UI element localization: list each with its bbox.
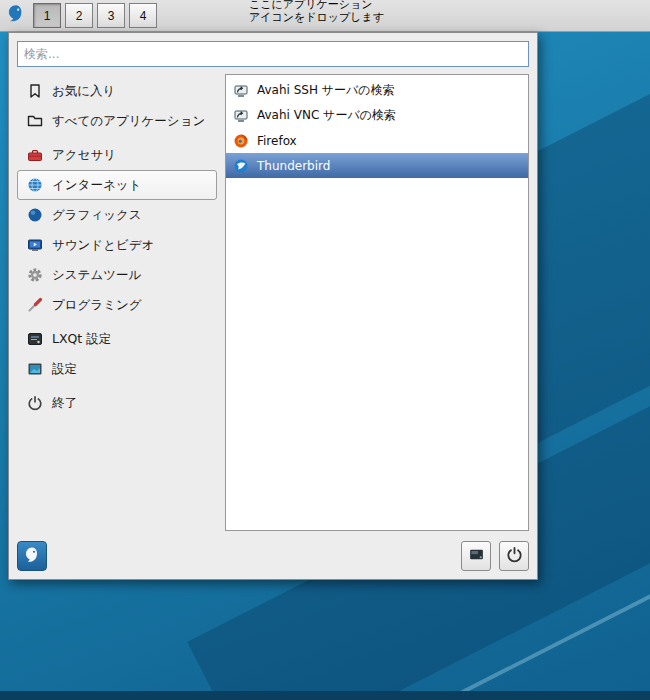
lock-screen-button[interactable]: [461, 541, 491, 571]
category-label: サウンドとビデオ: [52, 237, 154, 254]
screwdriver-icon: [26, 297, 43, 314]
main-menu-button[interactable]: [1, 1, 31, 31]
category-sound-video[interactable]: サウンドとビデオ: [17, 230, 217, 260]
workspace-button-2[interactable]: 2: [65, 3, 93, 28]
category-settings[interactable]: 設定: [17, 354, 217, 384]
category-list: お気に入り すべてのアプリケーション アクセサリ: [17, 74, 217, 531]
app-item-firefox[interactable]: Firefox: [226, 128, 528, 153]
category-label: プログラミング: [52, 297, 142, 314]
workspace-button-3[interactable]: 3: [97, 3, 125, 28]
video-screen-icon: [26, 237, 43, 254]
settings-monitor-icon: [26, 361, 43, 378]
category-label: グラフィックス: [52, 207, 142, 224]
app-label: Firefox: [257, 134, 297, 148]
category-label: お気に入り: [52, 83, 115, 100]
app-item-avahi-ssh[interactable]: Avahi SSH サーバの検索: [226, 78, 528, 103]
category-graphics[interactable]: グラフィックス: [17, 200, 217, 230]
application-list: Avahi SSH サーバの検索 Avahi VNC サーバの検索: [225, 74, 529, 531]
app-label: Avahi VNC サーバの検索: [257, 107, 396, 124]
category-internet[interactable]: インターネット: [17, 170, 217, 200]
app-label: Avahi SSH サーバの検索: [257, 82, 395, 99]
category-accessories[interactable]: アクセサリ: [17, 140, 217, 170]
power-icon: [26, 395, 43, 412]
lxqt-settings-icon: [26, 331, 43, 348]
drop-hint-line1: ここにアプリケーション: [249, 0, 384, 11]
workspace-button-4[interactable]: 4: [129, 3, 157, 28]
shutdown-button[interactable]: [499, 541, 529, 571]
menu-body: お気に入り すべてのアプリケーション アクセサリ: [17, 74, 529, 531]
app-label: Thunderbird: [257, 159, 330, 173]
category-label: アクセサリ: [52, 147, 116, 164]
app-item-thunderbird[interactable]: Thunderbird: [226, 153, 528, 178]
avahi-network-icon: [232, 107, 249, 124]
about-lxqt-button[interactable]: [17, 541, 47, 571]
top-panel: 1 2 3 4 ここにアプリケーション アイコンをドロップします: [0, 0, 650, 32]
quicklaunch-drop-hint: ここにアプリケーション アイコンをドロップします: [249, 0, 384, 30]
workspace-button-1[interactable]: 1: [33, 3, 61, 28]
bookmark-icon: [26, 83, 43, 100]
category-leave[interactable]: 終了: [17, 388, 217, 418]
thunderbird-icon: [232, 157, 249, 174]
globe-icon: [26, 177, 43, 194]
search-input[interactable]: [17, 41, 529, 67]
category-lxqt-settings[interactable]: LXQt 設定: [17, 324, 217, 354]
firefox-icon: [232, 132, 249, 149]
category-label: 設定: [52, 361, 77, 378]
menu-footer: [17, 531, 529, 571]
category-programming[interactable]: プログラミング: [17, 290, 217, 320]
category-label: 終了: [52, 395, 77, 412]
app-item-avahi-vnc[interactable]: Avahi VNC サーバの検索: [226, 103, 528, 128]
application-menu-popup: お気に入り すべてのアプリケーション アクセサリ: [8, 32, 538, 580]
avahi-network-icon: [232, 82, 249, 99]
category-label: すべてのアプリケーション: [52, 113, 205, 130]
wallpaper-bottom-strip: [0, 691, 650, 700]
toolbox-icon: [26, 147, 43, 164]
gear-icon: [26, 267, 43, 284]
lxqt-bird-icon: [4, 2, 28, 29]
lxqt-logo-icon: [22, 545, 42, 568]
power-icon: [506, 546, 523, 566]
category-all-applications[interactable]: すべてのアプリケーション: [17, 106, 217, 136]
category-label: LXQt 設定: [52, 331, 111, 348]
lock-screen-icon: [468, 546, 485, 566]
graphics-sphere-icon: [26, 207, 43, 224]
category-label: システムツール: [52, 267, 141, 284]
category-favorites[interactable]: お気に入り: [17, 76, 217, 106]
folder-icon: [26, 113, 43, 130]
category-label: インターネット: [52, 177, 141, 194]
category-system-tools[interactable]: システムツール: [17, 260, 217, 290]
drop-hint-line2: アイコンをドロップします: [249, 11, 384, 24]
workspace-switcher: 1 2 3 4: [33, 3, 157, 28]
